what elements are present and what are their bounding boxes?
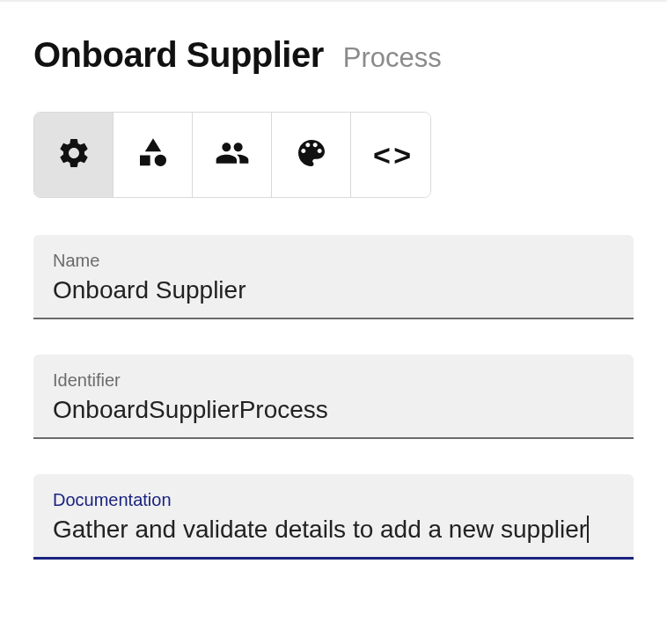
people-icon — [215, 135, 250, 174]
shapes-icon — [136, 135, 171, 174]
documentation-field[interactable]: Documentation Gather and validate detail… — [33, 474, 634, 560]
name-field[interactable]: Name Onboard Supplier — [33, 235, 634, 319]
code-icon: < > — [373, 138, 408, 172]
identifier-label: Identifier — [53, 370, 614, 391]
tab-settings[interactable] — [34, 113, 114, 197]
tab-shapes[interactable] — [114, 113, 193, 197]
documentation-input[interactable]: Gather and validate details to add a new… — [53, 516, 589, 543]
page-title: Onboard Supplier — [33, 35, 324, 75]
name-input[interactable]: Onboard Supplier — [53, 274, 614, 305]
gear-icon — [56, 135, 92, 174]
name-label: Name — [53, 251, 614, 271]
tab-people[interactable] — [193, 113, 272, 197]
documentation-label: Documentation — [53, 490, 614, 510]
tab-palette[interactable] — [272, 113, 351, 197]
identifier-field[interactable]: Identifier OnboardSupplierProcess — [33, 355, 634, 439]
page-header: Onboard Supplier Process — [33, 35, 634, 75]
properties-tabs: < > — [33, 112, 431, 198]
tab-code[interactable]: < > — [351, 113, 430, 197]
palette-icon — [294, 135, 329, 174]
page-type-label: Process — [343, 42, 442, 74]
identifier-input[interactable]: OnboardSupplierProcess — [53, 394, 614, 425]
